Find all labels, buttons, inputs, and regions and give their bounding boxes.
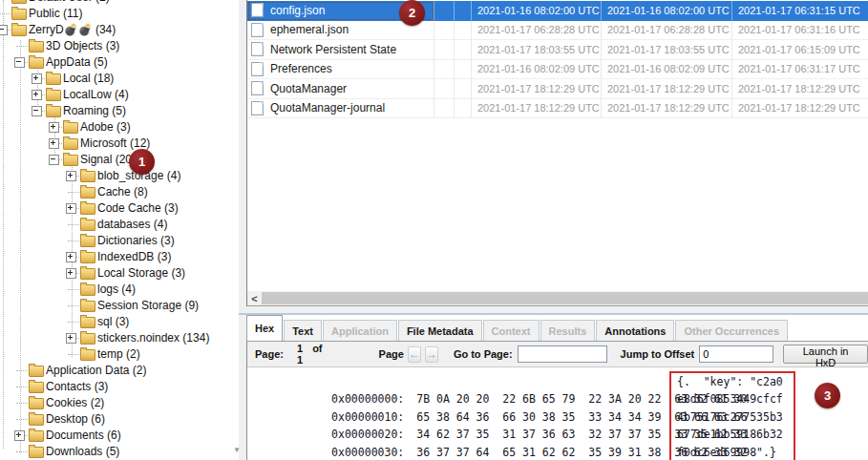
previous-page-button[interactable]: ← — [408, 346, 421, 363]
tree-item[interactable]: Dictionaries (3) — [0, 233, 239, 249]
folder-icon — [29, 398, 44, 409]
expander-icon[interactable] — [66, 171, 76, 181]
tree-item[interactable]: 3D Objects (3) — [0, 38, 239, 54]
panel-splitter[interactable] — [239, 0, 246, 460]
folder-icon — [63, 138, 78, 150]
expander-icon[interactable] — [32, 73, 42, 84]
table-row[interactable]: QuotaManager 2021-01-17 18:12:29 UTC 202… — [247, 79, 868, 99]
tree-item-label: Cache (8) — [97, 185, 148, 199]
expander-icon[interactable] — [49, 138, 59, 149]
table-row[interactable]: config.json 2021-01-16 08:02:00 UTC 2021… — [247, 1, 868, 21]
tree-item-label: Local Storage (3) — [97, 266, 185, 280]
tree-scroll-down-icon[interactable]: ▾ — [229, 443, 244, 458]
viewer-tab[interactable]: File Metadata — [398, 320, 482, 341]
expander-icon[interactable] — [66, 333, 76, 344]
folder-icon — [46, 73, 61, 85]
tree-item[interactable]: Downloads (5) — [0, 444, 239, 460]
tree-item[interactable]: Public (11) — [0, 6, 239, 22]
expander-icon[interactable] — [66, 252, 76, 262]
next-page-button[interactable]: → — [425, 346, 438, 363]
folder-icon — [80, 301, 95, 312]
viewer-tab[interactable]: Application — [323, 320, 397, 341]
tree-item-label: Microsoft (12) — [80, 136, 150, 150]
file-name: Network Persistent State — [270, 43, 396, 56]
tree-item-label: sql (3) — [97, 315, 129, 328]
expander-icon[interactable] — [49, 155, 59, 165]
goto-page-input[interactable] — [518, 345, 607, 363]
table-row[interactable]: Network Persistent State 2021-01-17 18:0… — [247, 40, 868, 60]
tree-item[interactable]: Cache (8) — [0, 184, 239, 200]
tree-item[interactable]: sql (3) — [0, 314, 239, 330]
expander-icon[interactable] — [66, 203, 76, 214]
tree-item[interactable]: ZerryD💣💣 (34) — [0, 22, 239, 38]
score-cell — [434, 1, 455, 21]
viewer-tab[interactable]: Annotations — [596, 320, 674, 341]
table-row[interactable]: ephemeral.json 2021-01-17 06:28:28 UTC 2… — [247, 21, 868, 41]
modified-time-cell: 2021-01-17 18:03:55 UTC — [472, 40, 602, 60]
expander-icon[interactable] — [32, 90, 42, 100]
viewer-tab[interactable]: Results — [540, 320, 596, 341]
file-name-cell[interactable]: QuotaManager-journal — [247, 99, 434, 119]
access-time-cell: 2021-01-17 06:31:15 UTC — [732, 1, 868, 21]
table-row[interactable]: Preferences 2021-01-16 08:02:09 UTC 2021… — [247, 60, 868, 80]
folder-icon — [80, 252, 95, 263]
viewer-tab[interactable]: Context — [483, 320, 540, 341]
tree-item[interactable]: blob_storage (4) — [0, 168, 239, 184]
tree-item[interactable]: Cookies (2) — [0, 395, 239, 411]
score-cell — [434, 60, 455, 80]
jump-offset-input[interactable] — [699, 345, 773, 363]
tree-item[interactable]: Local (18) — [0, 71, 239, 87]
change-time-cell: 2021-01-17 18:12:29 UTC — [602, 79, 732, 99]
expander-icon[interactable] — [66, 268, 76, 279]
tree-item[interactable]: Microsoft (12) — [0, 136, 239, 152]
launch-hxd-button[interactable]: Launch in HxD — [783, 345, 868, 364]
expander-icon[interactable] — [14, 430, 25, 441]
tree-item[interactable]: Signal (20) — [0, 152, 239, 168]
tree-item-label: Application Data (2) — [46, 364, 146, 377]
tree-item[interactable]: logs (4) — [0, 282, 239, 298]
tree-item-label: Default User (2) — [29, 0, 110, 4]
tab-label: Application — [331, 325, 389, 337]
goto-page-label: Go to Page: — [454, 348, 513, 360]
file-name: config.json — [270, 4, 325, 17]
tree-item[interactable]: temp (2) — [0, 346, 239, 363]
tree-item[interactable]: Documents (6) — [0, 428, 239, 444]
file-name-cell[interactable]: Network Persistent State — [247, 40, 434, 60]
file-name: Preferences — [270, 62, 332, 75]
viewer-tab[interactable]: Hex — [246, 315, 283, 341]
horizontal-scrollbar[interactable]: < — [247, 291, 868, 305]
expander-icon[interactable] — [14, 57, 25, 68]
file-name-cell[interactable]: Preferences — [247, 60, 434, 80]
file-name-cell[interactable]: QuotaManager — [247, 79, 434, 99]
expander-icon[interactable] — [49, 122, 59, 133]
tree-item[interactable]: LocalLow (4) — [0, 87, 239, 103]
tree-item[interactable]: Session Storage (9) — [0, 298, 239, 314]
score-cell — [434, 21, 455, 41]
tree-item[interactable]: Desktop (6) — [0, 411, 239, 428]
table-row[interactable]: QuotaManager-journal 2021-01-17 18:12:29… — [247, 99, 868, 119]
tree-item[interactable]: databases (4) — [0, 217, 239, 233]
tree-item[interactable]: stickers.noindex (134) — [0, 330, 239, 346]
tree-item[interactable]: IndexedDB (3) — [0, 249, 239, 265]
score-cell — [434, 79, 455, 99]
viewer-tab[interactable]: Other Occurrences — [675, 320, 788, 341]
tree-item[interactable]: Local Storage (3) — [0, 265, 239, 282]
marker-number: 2 — [409, 6, 415, 20]
annotation-marker: 3 — [815, 383, 840, 408]
tree-item[interactable]: Application Data (2) — [0, 363, 239, 379]
viewer-tab[interactable]: Text — [284, 320, 322, 341]
tree-item[interactable]: AppData (5) — [0, 54, 239, 71]
tree-item-label: logs (4) — [97, 282, 136, 296]
comment-cell — [455, 1, 472, 21]
annotation-marker: 1 — [129, 149, 155, 175]
tree-item[interactable]: Roaming (5) — [0, 103, 239, 119]
expander-icon[interactable] — [32, 106, 42, 116]
tree-item[interactable]: Adobe (3) — [0, 119, 239, 136]
tree-item[interactable]: Code Cache (3) — [0, 200, 239, 217]
scrollbar-thumb[interactable] — [262, 292, 868, 304]
tree-item-label: ZerryD💣💣 (34) — [29, 23, 116, 36]
scroll-left-icon[interactable]: < — [247, 291, 262, 305]
expander-icon[interactable] — [0, 25, 8, 35]
tree-item-label: Session Storage (9) — [97, 299, 199, 312]
tree-item[interactable]: Contacts (3) — [0, 379, 239, 395]
